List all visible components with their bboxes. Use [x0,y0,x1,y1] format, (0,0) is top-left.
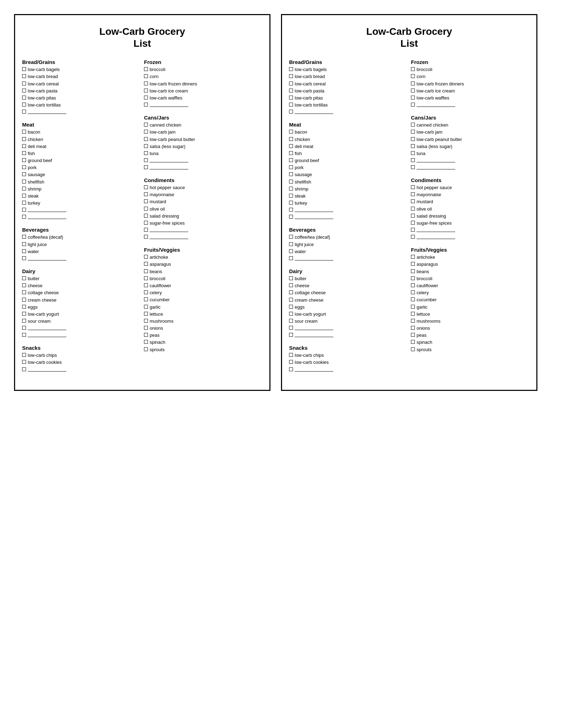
checkbox-icon[interactable] [411,333,415,337]
checkbox-icon[interactable] [411,297,415,301]
checkbox-icon[interactable] [289,249,293,253]
list-item[interactable]: broccoli [144,276,262,282]
checkbox-icon[interactable] [289,319,293,323]
list-item[interactable]: artichoke [144,254,262,260]
list-item[interactable]: cauliflower [411,283,529,289]
checkbox-icon[interactable] [22,367,26,371]
checkbox-icon[interactable] [289,74,293,78]
checkbox-icon[interactable] [22,74,26,78]
list-item[interactable]: low-carb pasta [22,88,140,94]
checkbox-icon[interactable] [22,360,26,364]
checkbox-icon[interactable] [289,283,293,287]
checkbox-icon[interactable] [411,192,415,196]
list-item[interactable]: artichoke [411,254,529,260]
checkbox-icon[interactable] [22,208,26,212]
list-item[interactable]: corn [411,73,529,80]
checkbox-icon[interactable] [144,67,148,71]
list-item[interactable]: turkey [289,200,407,206]
list-item[interactable]: asparagus [144,261,262,268]
list-item[interactable]: cauliflower [144,283,262,289]
list-item[interactable]: shellfish [22,179,140,185]
checkbox-icon[interactable] [22,158,26,162]
checkbox-icon[interactable] [411,185,415,189]
checkbox-icon[interactable] [411,130,415,134]
list-item[interactable]: hot pepper sauce [411,185,529,191]
list-item[interactable]: beans [144,269,262,275]
checkbox-icon[interactable] [289,367,293,371]
checkbox-icon[interactable] [22,144,26,148]
checkbox-icon[interactable] [22,180,26,183]
list-item[interactable]: shrimp [22,186,140,192]
list-item[interactable]: tuna [411,150,529,157]
list-item[interactable]: chicken [22,136,140,143]
list-item[interactable]: cream cheese [289,297,407,303]
list-item[interactable]: light juice [22,241,140,248]
list-item[interactable]: coffee/tea (decaf) [289,234,407,240]
list-item[interactable]: shellfish [289,179,407,185]
list-item[interactable]: turkey [22,200,140,206]
list-item[interactable]: deli meat [22,143,140,150]
list-item[interactable]: cottage cheese [22,290,140,296]
list-item[interactable]: broccoli [411,276,529,282]
checkbox-icon[interactable] [411,144,415,148]
checkbox-icon[interactable] [144,221,148,225]
checkbox-icon[interactable] [144,151,148,155]
list-item[interactable]: sausage [289,172,407,178]
checkbox-icon[interactable] [289,82,293,85]
list-item[interactable]: low-carb jam [411,129,529,135]
checkbox-icon[interactable] [22,298,26,302]
checkbox-icon[interactable] [289,305,293,309]
list-item[interactable]: low-carb waffles [144,95,262,101]
checkbox-icon[interactable] [411,207,415,211]
checkbox-icon[interactable] [289,180,293,183]
list-item[interactable]: low-carb cookies [289,359,407,366]
checkbox-icon[interactable] [411,214,415,218]
checkbox-icon[interactable] [22,249,26,253]
checkbox-icon[interactable] [289,215,293,219]
checkbox-icon[interactable] [289,89,293,92]
checkbox-icon[interactable] [289,208,293,212]
list-item[interactable]: cream cheese [22,297,140,303]
checkbox-icon[interactable] [22,110,26,114]
checkbox-icon[interactable] [289,110,293,114]
checkbox-icon[interactable] [411,312,415,316]
checkbox-icon[interactable] [411,103,415,107]
list-item[interactable]: lettuce [144,311,262,317]
list-item[interactable]: mushrooms [411,318,529,324]
list-item[interactable]: spinach [411,339,529,346]
list-item[interactable]: low-carb chips [289,352,407,359]
list-item[interactable]: water [289,249,407,255]
checkbox-icon[interactable] [144,312,148,316]
checkbox-icon[interactable] [144,269,148,273]
list-item[interactable]: mustard [411,199,529,205]
list-item[interactable]: low-carb frozen dinners [144,81,262,87]
checkbox-icon[interactable] [22,96,26,99]
checkbox-icon[interactable] [411,305,415,309]
checkbox-icon[interactable] [411,340,415,344]
checkbox-icon[interactable] [144,123,148,127]
list-item[interactable]: olive oil [411,206,529,212]
checkbox-icon[interactable] [411,89,415,92]
list-item[interactable]: onions [144,325,262,331]
checkbox-icon[interactable] [144,235,148,239]
list-item[interactable]: pork [289,165,407,171]
list-item[interactable]: pork [22,165,140,171]
list-item[interactable]: olive oil [144,206,262,212]
checkbox-icon[interactable] [411,199,415,203]
checkbox-icon[interactable] [411,82,415,85]
list-item[interactable]: sugar-free spices [144,220,262,226]
checkbox-icon[interactable] [144,214,148,218]
checkbox-icon[interactable] [144,158,148,162]
checkbox-icon[interactable] [411,276,415,280]
checkbox-icon[interactable] [144,333,148,337]
checkbox-icon[interactable] [144,199,148,203]
list-item[interactable]: fish [289,150,407,157]
list-item[interactable]: beans [411,269,529,275]
checkbox-icon[interactable] [144,96,148,99]
checkbox-icon[interactable] [289,172,293,176]
list-item[interactable]: low-carb ice cream [144,88,262,94]
list-item[interactable]: sprouts [411,347,529,353]
checkbox-icon[interactable] [411,326,415,330]
list-item[interactable]: low-carb jam [144,129,262,135]
list-item[interactable]: low-carb yogurt [289,311,407,317]
